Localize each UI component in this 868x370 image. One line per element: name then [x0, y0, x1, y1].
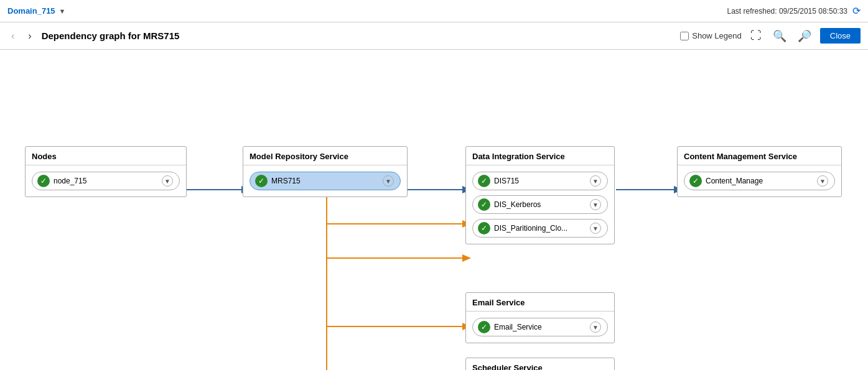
node-pill-node715[interactable]: ✓ node_715 ▼ [32, 172, 180, 190]
forward-button[interactable]: › [24, 29, 35, 43]
group-data-integration-title: Data Integration Service [466, 147, 614, 165]
group-email-service: Email Service ✓ Email_Service ▼ [465, 292, 615, 343]
node-pill-content-manage[interactable]: ✓ Content_Manage ▼ [684, 172, 835, 190]
group-model-repository-items: ✓ MRS715 ▼ [243, 165, 407, 197]
toolbar-right: Show Legend ⛶ 🔍 🔎 Close [680, 28, 861, 44]
group-data-integration-items: ✓ DIS715 ▼ ✓ DIS_Kerberos ▼ ✓ DIS_Pariti… [466, 165, 614, 244]
pill-label-node715: node_715 [54, 177, 158, 185]
dropdown-icon-mrs715[interactable]: ▼ [383, 175, 394, 187]
group-model-repository-title: Model Repository Service [243, 147, 407, 165]
domain-name[interactable]: Domain_715 [7, 6, 55, 16]
dropdown-icon-node715[interactable]: ▼ [162, 175, 173, 187]
group-content-management: Content Management Service ✓ Content_Man… [677, 146, 842, 197]
show-legend-label[interactable]: Show Legend [680, 31, 742, 40]
status-icon-mrs715: ✓ [255, 175, 268, 187]
dropdown-icon-dis-kerberos[interactable]: ▼ [590, 199, 601, 210]
node-pill-mrs715[interactable]: ✓ MRS715 ▼ [250, 172, 401, 190]
group-nodes-items: ✓ node_715 ▼ [26, 165, 186, 197]
pill-label-dis-kerberos: DIS_Kerberos [494, 200, 586, 209]
connector-svg [0, 50, 868, 370]
group-email-service-items: ✓ Email_Service ▼ [466, 312, 614, 343]
dropdown-icon-email-service[interactable]: ▼ [590, 321, 601, 333]
zoom-out-icon[interactable]: 🔎 [795, 28, 814, 44]
status-icon-content-manage: ✓ [689, 175, 702, 187]
node-pill-dis-partitioning[interactable]: ✓ DIS_Paritioning_Clo... ▼ [472, 219, 608, 238]
status-icon-node715: ✓ [37, 175, 50, 187]
status-icon-dis-partitioning: ✓ [478, 222, 490, 234]
topbar: Domain_715 ▼ Last refreshed: 09/25/2015 … [0, 0, 868, 22]
node-pill-email-service[interactable]: ✓ Email_Service ▼ [472, 318, 608, 336]
show-legend-text: Show Legend [692, 31, 742, 40]
dependency-graph-canvas: Nodes ✓ node_715 ▼ Model Repository Serv… [0, 50, 868, 370]
show-legend-checkbox[interactable] [680, 32, 689, 40]
status-icon-email-service: ✓ [478, 321, 490, 333]
expand-icon[interactable]: ⛶ [748, 28, 764, 44]
group-data-integration: Data Integration Service ✓ DIS715 ▼ ✓ DI… [465, 146, 615, 244]
back-button[interactable]: ‹ [7, 29, 18, 43]
zoom-in-icon[interactable]: 🔍 [770, 28, 789, 44]
close-button[interactable]: Close [820, 28, 861, 44]
pill-label-mrs715: MRS715 [271, 177, 379, 185]
dropdown-icon-dis-partitioning[interactable]: ▼ [590, 223, 601, 234]
group-scheduler-service: Scheduler Service ✓ Scheduler_Service ▼ [465, 358, 615, 370]
group-content-management-title: Content Management Service [678, 147, 841, 165]
refresh-icon[interactable]: ⟳ [852, 5, 861, 17]
page-title: Dependency graph for MRS715 [42, 30, 674, 41]
node-pill-dis715[interactable]: ✓ DIS715 ▼ [472, 172, 608, 190]
pill-label-email-service: Email_Service [494, 323, 586, 331]
toolbar: ‹ › Dependency graph for MRS715 Show Leg… [0, 22, 868, 50]
topbar-right: Last refreshed: 09/25/2015 08:50:33 ⟳ [727, 5, 861, 17]
refresh-timestamp: Last refreshed: 09/25/2015 08:50:33 [727, 7, 847, 16]
group-email-service-title: Email Service [466, 293, 614, 312]
group-nodes: Nodes ✓ node_715 ▼ [25, 146, 187, 197]
domain-dropdown-icon[interactable]: ▼ [59, 7, 66, 15]
topbar-left: Domain_715 ▼ [7, 6, 65, 16]
group-content-management-items: ✓ Content_Manage ▼ [678, 165, 841, 197]
status-icon-dis-kerberos: ✓ [478, 198, 490, 211]
node-pill-dis-kerberos[interactable]: ✓ DIS_Kerberos ▼ [472, 195, 608, 214]
status-icon-dis715: ✓ [478, 175, 490, 187]
pill-label-dis715: DIS715 [494, 177, 586, 185]
group-model-repository: Model Repository Service ✓ MRS715 ▼ [243, 146, 408, 197]
dropdown-icon-dis715[interactable]: ▼ [590, 175, 601, 187]
group-scheduler-service-title: Scheduler Service [466, 358, 614, 370]
pill-label-content-manage: Content_Manage [706, 177, 813, 185]
group-nodes-title: Nodes [26, 147, 186, 165]
pill-label-dis-partitioning: DIS_Paritioning_Clo... [494, 224, 586, 233]
dropdown-icon-content-manage[interactable]: ▼ [817, 175, 828, 187]
